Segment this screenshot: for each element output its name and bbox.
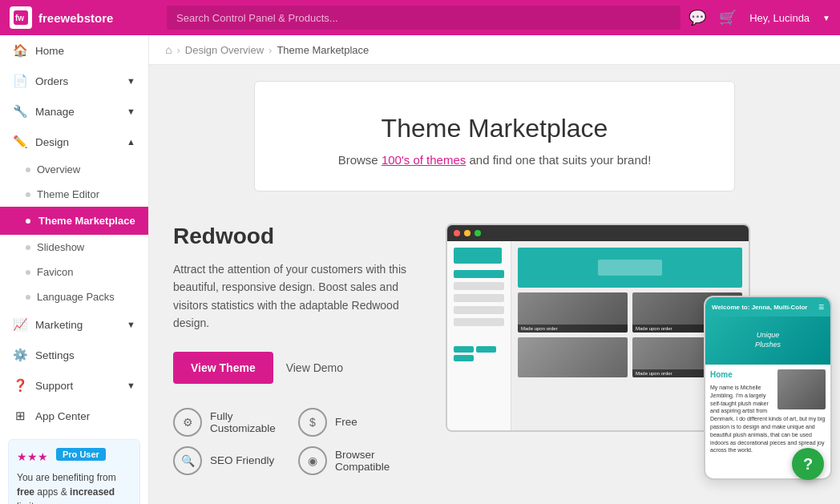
feature-browser: ◉ Browser Compatible [298, 446, 414, 475]
theme-description: Attract the attention of your customers … [173, 260, 414, 333]
hero-title: Theme Marketplace [271, 114, 718, 143]
sidebar-item-home[interactable]: 🏠 Home [0, 35, 148, 66]
sidebar-sub-item-theme-marketplace[interactable]: Theme Marketplace [0, 207, 148, 235]
view-demo-button[interactable]: View Demo [286, 361, 343, 374]
marketing-icon: 📈 [13, 317, 27, 332]
sidebar-item-label: Orders [35, 75, 68, 87]
user-greeting[interactable]: Hey, Lucinda [749, 12, 810, 24]
sidebar-sub-label: Overview [37, 163, 80, 175]
view-theme-button[interactable]: View Theme [173, 352, 273, 384]
customizable-icon: ⚙ [173, 408, 202, 437]
pro-banner-text: You are benefiting from free apps & incr… [17, 470, 131, 504]
breadcrumb: ⌂ › Design Overview › Theme Marketplace [149, 35, 840, 65]
sidebar-item-orders[interactable]: 📄 Orders ▼ [0, 66, 148, 96]
sidebar-item-settings[interactable]: ⚙️ Settings [0, 340, 148, 370]
sidebar-sub-item-language-packs[interactable]: Language Packs [0, 284, 148, 309]
theme-name: Redwood [173, 224, 414, 249]
cart-icon[interactable]: 🛒 [719, 9, 737, 26]
mobile-product-image [777, 369, 826, 409]
content-area: ⌂ › Design Overview › Theme Marketplace … [149, 35, 840, 504]
preview-nav-item [454, 306, 504, 314]
nav-icons: 💬 🛒 Hey, Lucinda ▼ [689, 9, 830, 26]
maximize-dot [475, 230, 481, 236]
sidebar-sub-label: Theme Marketplace [38, 215, 135, 227]
feature-seo: 🔍 SEO Friendly [173, 446, 289, 475]
free-icon: $ [298, 408, 327, 437]
hero-section: Theme Marketplace Browse 100's of themes… [254, 81, 735, 192]
chevron-up-icon: ▲ [127, 137, 135, 147]
design-icon: ✏️ [13, 135, 27, 149]
preview-nav-item [454, 270, 504, 278]
sidebar-sub-label: Favicon [37, 266, 74, 278]
dot-icon [26, 295, 30, 300]
logo-text: freewebstore [38, 11, 113, 25]
sidebar-item-design[interactable]: ✏️ Design ▲ [0, 127, 148, 157]
feature-label: Browser Compatible [335, 449, 414, 473]
mobile-content: Home My name is Michelle Jembling. I'm a… [705, 365, 830, 459]
sidebar-sub-item-overview[interactable]: Overview [0, 157, 148, 182]
sidebar-item-label: Marketing [35, 319, 83, 331]
main-layout: 🏠 Home 📄 Orders ▼ 🔧 Manage ▼ ✏️ Design ▲… [0, 35, 840, 504]
manage-icon: 🔧 [13, 104, 27, 119]
sidebar-item-label: Support [35, 380, 73, 392]
orders-icon: 📄 [13, 74, 27, 88]
breadcrumb-design-overview[interactable]: Design Overview [185, 44, 264, 56]
pro-stars: ★★★ [17, 450, 48, 463]
user-dropdown-icon[interactable]: ▼ [822, 14, 830, 22]
settings-icon: ⚙️ [13, 348, 27, 362]
home-breadcrumb-icon[interactable]: ⌂ [165, 43, 172, 56]
chevron-down-icon: ▼ [127, 76, 135, 86]
dot-icon [26, 192, 30, 197]
chevron-down-icon: ▼ [127, 107, 135, 116]
preview-card: Made upon order [518, 292, 628, 333]
sidebar-item-marketing[interactable]: 📈 Marketing ▼ [0, 309, 148, 340]
sidebar-sub-label: Slideshow [37, 241, 84, 253]
dot-icon [26, 245, 30, 250]
chat-icon[interactable]: 💬 [689, 9, 706, 26]
minimize-dot [464, 230, 470, 236]
sidebar-item-app-center[interactable]: ⊞ App Center [0, 401, 148, 431]
desktop-window-bar [447, 225, 749, 241]
sidebar-item-label: Manage [35, 106, 75, 118]
dot-icon [26, 219, 30, 224]
logo-area: fw freewebstore [10, 6, 159, 29]
sidebar-sub-item-slideshow[interactable]: Slideshow [0, 235, 148, 260]
mobile-menu-icon: ≡ [818, 301, 824, 312]
pro-banner: ★★★ Pro User You are benefiting from fre… [8, 439, 140, 504]
pro-badge: Pro User [56, 448, 106, 461]
theme-info: Redwood Attract the attention of your cu… [173, 224, 414, 475]
hero-link[interactable]: 100's of themes [382, 153, 466, 167]
breadcrumb-sep: › [269, 44, 272, 56]
app-center-icon: ⊞ [13, 409, 27, 423]
sidebar-sub-item-favicon[interactable]: Favicon [0, 260, 148, 284]
theme-actions: View Theme View Demo [173, 352, 414, 384]
breadcrumb-sep: › [176, 44, 180, 56]
help-bubble[interactable]: ? [792, 448, 824, 480]
preview-nav-item [454, 294, 504, 302]
sidebar-item-label: Settings [35, 349, 75, 361]
feature-customizable: ⚙ Fully Customizable [173, 408, 289, 437]
support-icon: ❓ [13, 378, 27, 393]
feature-free: $ Free [298, 408, 414, 437]
sidebar-sub-item-theme-editor[interactable]: Theme Editor [0, 182, 148, 207]
mobile-bar-title: Welcome to: Jenna, Multi-Color [712, 304, 807, 311]
browser-icon: ◉ [298, 446, 327, 475]
preview-nav-item [454, 282, 504, 290]
feature-label: SEO Friendly [210, 454, 274, 466]
sidebar-item-manage[interactable]: 🔧 Manage ▼ [0, 96, 148, 127]
svg-text:fw: fw [15, 14, 24, 22]
dot-icon [26, 167, 30, 172]
mobile-bar: Welcome to: Jenna, Multi-Color ≡ [705, 297, 830, 317]
sidebar: 🏠 Home 📄 Orders ▼ 🔧 Manage ▼ ✏️ Design ▲… [0, 35, 149, 504]
chevron-down-icon: ▼ [127, 381, 135, 390]
sidebar-item-support[interactable]: ❓ Support ▼ [0, 370, 148, 401]
sidebar-sub-label: Theme Editor [37, 188, 99, 200]
dot-icon [26, 270, 30, 275]
preview-nav-item [454, 318, 504, 326]
search-input[interactable] [167, 6, 680, 30]
home-icon: 🏠 [13, 43, 27, 58]
feature-label: Fully Customizable [210, 410, 289, 434]
sidebar-item-label: Home [35, 45, 64, 57]
chevron-down-icon: ▼ [127, 320, 135, 329]
feature-label: Free [335, 416, 357, 428]
